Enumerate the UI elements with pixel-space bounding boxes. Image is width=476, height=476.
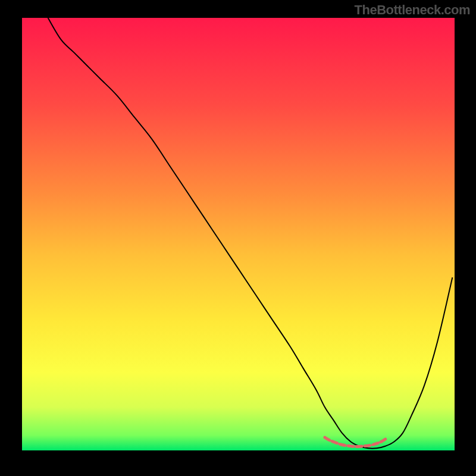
bottleneck-curve	[48, 18, 453, 449]
chart-container: TheBottleneck.com	[0, 0, 476, 476]
watermark-text: TheBottleneck.com	[355, 2, 470, 18]
optimal-range-marker	[325, 437, 386, 446]
plot-area	[22, 18, 455, 450]
curve-layer	[22, 18, 455, 450]
